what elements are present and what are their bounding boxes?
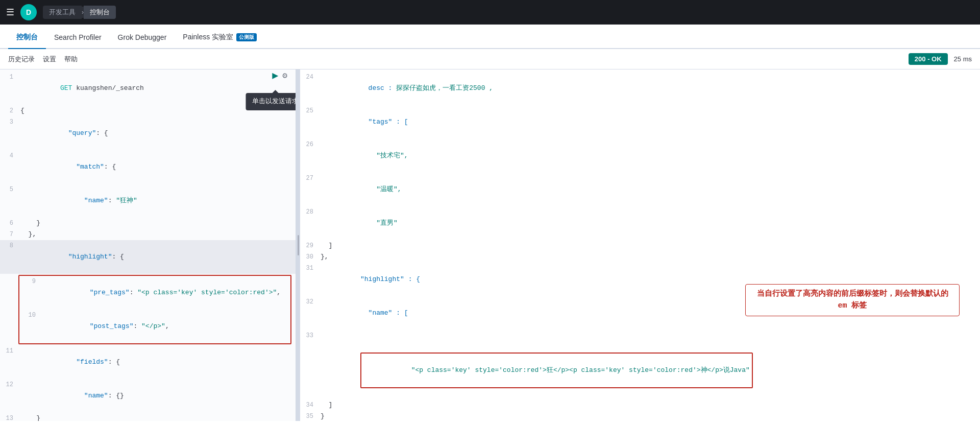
main-layout: 1 GET kuangshen/_search ▶ 单击以发送请求 ⚙ 2 { [0,69,980,421]
result-line-35: 35 } [300,411,980,421]
editor-line-10: 10 "post_tags": "</p>", [19,310,290,343]
run-button[interactable]: ▶ [272,70,278,82]
breadcrumb-console[interactable]: 控制台 [84,6,116,19]
line-content-3: "query": { [18,116,296,150]
line-num-7: 7 [0,229,18,240]
rline-num-24: 24 [300,72,318,83]
line-num-8: 8 [0,240,18,251]
status-badge: 200 - OK [909,53,948,65]
editor-line-4: 4 "match": { [0,150,296,184]
status-area: 200 - OK 25 ms [909,53,972,65]
line-num-9: 9 [21,276,40,287]
tab-console[interactable]: 控制台 [8,27,46,49]
run-button-container: ▶ 单击以发送请求 [272,70,278,82]
resizer-handle [298,235,299,255]
line-content-8: "highlight": { [18,240,296,274]
tab-search-profiler[interactable]: Search Profiler [46,27,110,49]
left-panel: 1 GET kuangshen/_search ▶ 单击以发送请求 ⚙ 2 { [0,69,296,421]
result-line-25: 25 "tags" : [ [300,105,980,139]
line-num-5: 5 [0,184,18,195]
rline-num-27: 27 [300,173,318,184]
editor-line-3: 3 "query": { [0,116,296,150]
tab-grok-debugger[interactable]: Grok Debugger [110,27,175,49]
tools-button[interactable]: ⚙ [282,70,287,82]
line-content-5: "name": "狂神" [18,184,296,218]
editor-line-8: 8 "highlight": { [0,240,296,274]
nav-tabs: 控制台 Search Profiler Grok Debugger Painle… [0,25,980,49]
rline-num-34: 34 [300,400,318,411]
result-line-28: 28 "直男" [300,206,980,240]
line-content-11: "fields": { [18,345,296,379]
rline-num-26: 26 [300,139,318,150]
line-content-9: "pre_tags": "<p class='key' style='color… [40,276,290,310]
line-num-11: 11 [0,345,18,357]
run-tooltip: 单击以发送请求 [246,93,296,110]
line-content-6: } [18,218,296,229]
right-red-box: "<p class='key' style='color:red'>狂</p><… [360,353,753,388]
time-badge: 25 ms [954,55,972,63]
result-line-26: 26 "技术宅", [300,139,980,173]
toolbar: 历史记录 设置 帮助 200 - OK 25 ms [0,49,980,69]
line-content-10: "post_tags": "</p>", [40,310,290,343]
line-content-12: "name": {} [18,379,296,413]
result-line-29: 29 ] [300,240,980,251]
history-button[interactable]: 历史记录 [8,53,35,66]
line-content-7: }, [18,229,296,240]
annotation-box: 当自行设置了高亮内容的前后缀标签时，则会替换默认的em 标签 [745,284,960,316]
line-content-13: } [18,413,296,421]
avatar[interactable]: D [20,4,37,20]
breadcrumb-bar: 开发工具 › 控制台 [43,6,116,19]
editor-line-7: 7 }, [0,229,296,240]
tab-painless[interactable]: Painless 实验室 公测版 [175,27,265,49]
result-line-34: 34 ] [300,400,980,411]
result-line-33: 33 "<p class='key' style='color:red'>狂</… [300,330,980,400]
editor-line-9: 9 "pre_tags": "<p class='key' style='col… [19,276,290,310]
line-num-12: 12 [0,379,18,390]
line-num-6: 6 [0,218,18,229]
code-editor[interactable]: 1 GET kuangshen/_search ▶ 单击以发送请求 ⚙ 2 { [0,69,296,421]
rline-num-32: 32 [300,296,318,308]
beta-badge: 公测版 [236,33,257,41]
rline-num-33: 33 [300,330,318,341]
rline-num-30: 30 [300,251,318,263]
line-num-10: 10 [21,310,40,321]
editor-line-6: 6 } [0,218,296,229]
editor-line-11: 11 "fields": { [0,345,296,379]
help-button[interactable]: 帮助 [64,53,78,66]
settings-button[interactable]: 设置 [43,53,56,66]
editor-line-12: 12 "name": {} [0,379,296,413]
line-num-4: 4 [0,150,18,161]
result-code: 24 desc : 探探仔盗如虎，一看工资2500 , 25 "tags" : … [300,69,980,421]
line-num-3: 3 [0,116,18,128]
left-red-box: 9 "pre_tags": "<p class='key' style='col… [18,275,291,344]
rline-num-25: 25 [300,105,318,116]
rline-num-35: 35 [300,411,318,421]
rline-num-31: 31 [300,263,318,274]
line-content-4: "match": { [18,150,296,184]
line-num-2: 2 [0,105,18,116]
line-num-13: 13 [0,413,18,421]
result-line-30: 30 }, [300,251,980,263]
breadcrumb-devtools[interactable]: 开发工具 [43,6,82,19]
top-bar: ☰ D 开发工具 › 控制台 [0,0,980,25]
editor-line-13: 13 } [0,413,296,421]
result-line-24: 24 desc : 探探仔盗如虎，一看工资2500 , [300,72,980,105]
editor-line-5: 5 "name": "狂神" [0,184,296,218]
rline-num-29: 29 [300,240,318,251]
right-panel: 24 desc : 探探仔盗如虎，一看工资2500 , 25 "tags" : … [300,69,980,421]
line-num-1: 1 [0,72,18,83]
panel-resizer[interactable] [296,69,300,421]
hamburger-icon[interactable]: ☰ [6,7,14,18]
rline-num-28: 28 [300,206,318,218]
result-line-27: 27 "温暖", [300,173,980,206]
